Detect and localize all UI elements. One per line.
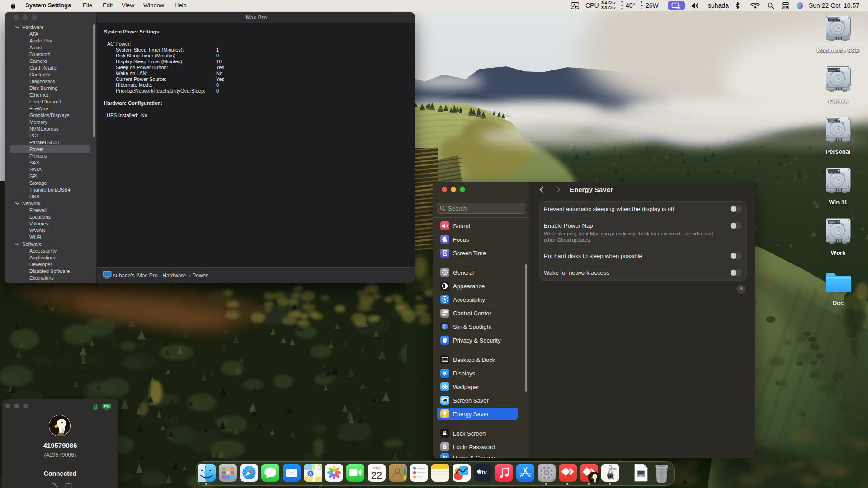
svg-text:tv: tv bbox=[482, 469, 487, 476]
svg-text:22: 22 bbox=[371, 469, 382, 481]
